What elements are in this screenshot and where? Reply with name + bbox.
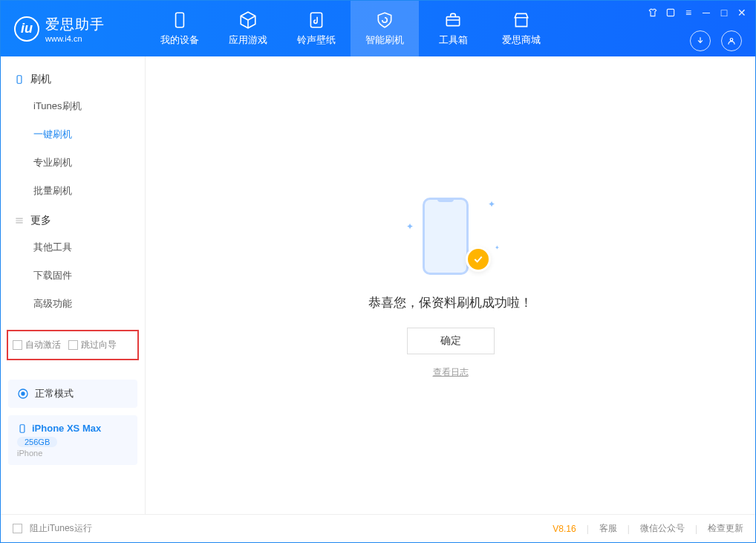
svg-rect-2 [446, 17, 459, 26]
device-card[interactable]: iPhone XS Max 256GB iPhone [8, 415, 137, 465]
support-link[interactable]: 客服 [599, 522, 617, 535]
phone-icon [423, 198, 469, 275]
sparkle-icon: ✦ [495, 244, 500, 251]
separator: | [695, 524, 697, 534]
svg-point-4 [730, 39, 733, 42]
sidebar: 刷机 iTunes刷机 一键刷机 专业刷机 批量刷机 更多 其他工具 下载固件 … [1, 56, 146, 514]
device-storage: 256GB [17, 437, 57, 447]
cube-icon [238, 10, 258, 30]
svg-rect-3 [667, 9, 674, 16]
device-type: iPhone [17, 449, 128, 458]
minimize-icon[interactable]: ─ [700, 7, 712, 19]
version-label: V8.16 [553, 524, 576, 534]
device-icon [17, 423, 27, 434]
status-right: V8.16 | 客服 | 微信公众号 | 检查更新 [553, 522, 743, 535]
sparkle-icon: ✦ [488, 199, 495, 209]
success-message: 恭喜您，保资料刷机成功啦！ [368, 294, 532, 311]
device-small-icon [14, 74, 25, 85]
sidebar-head-label: 刷机 [30, 73, 51, 86]
highlight-redbox: 自动激活 跳过向导 [7, 330, 139, 360]
sidebar-head-label: 更多 [30, 214, 51, 227]
tab-ringtones[interactable]: 铃声壁纸 [282, 1, 351, 56]
phone-icon [170, 10, 189, 30]
sidebar-item-pro-flash[interactable]: 专业刷机 [1, 149, 145, 177]
ok-button[interactable]: 确定 [407, 328, 495, 354]
sidebar-item-other-tools[interactable]: 其他工具 [1, 233, 145, 261]
sidebar-cards: 正常模式 iPhone XS Max 256GB iPhone [1, 380, 145, 465]
user-button[interactable] [721, 30, 742, 51]
tab-apps-games[interactable]: 应用游戏 [214, 1, 282, 56]
tab-label: 应用游戏 [229, 33, 267, 47]
svg-point-7 [22, 392, 25, 395]
status-left: 阻止iTunes运行 [13, 522, 92, 535]
sidebar-head-flash[interactable]: 刷机 [1, 67, 145, 92]
mode-card[interactable]: 正常模式 [8, 380, 137, 408]
close-icon[interactable]: ✕ [736, 7, 748, 19]
device-name: iPhone XS Max [32, 423, 101, 434]
tab-my-device[interactable]: 我的设备 [146, 1, 214, 56]
sidebar-item-oneclick-flash[interactable]: 一键刷机 [1, 120, 145, 149]
success-illustration: ✦ ✦ ✦ [406, 192, 495, 281]
check-update-link[interactable]: 检查更新 [708, 522, 743, 535]
svg-rect-8 [20, 424, 25, 432]
skin-icon[interactable] [647, 7, 659, 19]
top-tabs: 我的设备 应用游戏 铃声壁纸 智能刷机 工具箱 爱思商城 [146, 1, 555, 56]
topbar: iu 爱思助手 www.i4.cn 我的设备 应用游戏 铃声壁纸 智能刷机 工具… [1, 1, 755, 56]
auto-activate-option[interactable]: 自动激活 [13, 339, 61, 351]
tab-label: 爱思商城 [502, 33, 541, 47]
view-log-link[interactable]: 查看日志 [433, 366, 469, 379]
tab-label: 铃声壁纸 [297, 33, 336, 47]
sidebar-head-more[interactable]: 更多 [1, 208, 145, 233]
refresh-shield-icon [375, 10, 394, 30]
mode-label: 正常模式 [35, 387, 74, 400]
tab-label: 工具箱 [439, 33, 468, 47]
sidebar-group-flash: 刷机 iTunes刷机 一键刷机 专业刷机 批量刷机 [1, 67, 145, 208]
body: 刷机 iTunes刷机 一键刷机 专业刷机 批量刷机 更多 其他工具 下载固件 … [1, 56, 755, 514]
mode-icon [17, 388, 29, 400]
svg-rect-1 [310, 13, 322, 27]
tab-toolbox[interactable]: 工具箱 [419, 1, 487, 56]
store-icon [512, 10, 531, 30]
checkbox-icon[interactable] [13, 340, 22, 350]
separator: | [628, 524, 630, 534]
tab-smart-flash[interactable]: 智能刷机 [351, 1, 419, 56]
checkbox-icon[interactable] [13, 524, 22, 533]
sidebar-item-batch-flash[interactable]: 批量刷机 [1, 177, 145, 205]
logo-text: 爱思助手 www.i4.cn [45, 15, 105, 43]
maximize-icon[interactable]: □ [718, 7, 730, 19]
logo-block: iu 爱思助手 www.i4.cn [1, 1, 146, 56]
separator: | [587, 524, 589, 534]
logo-icon: iu [14, 16, 39, 42]
sidebar-group-more: 更多 其他工具 下载固件 高级功能 [1, 208, 145, 321]
music-file-icon [307, 10, 326, 30]
tab-label: 智能刷机 [365, 33, 404, 47]
sidebar-item-download-firmware[interactable]: 下载固件 [1, 261, 145, 290]
checkbox-icon[interactable] [68, 340, 78, 350]
app-name: 爱思助手 [45, 15, 105, 34]
top-right-circles [690, 30, 742, 51]
main-panel: ✦ ✦ ✦ 恭喜您，保资料刷机成功啦！ 确定 查看日志 [146, 56, 755, 514]
sidebar-item-advanced[interactable]: 高级功能 [1, 290, 145, 318]
tab-store[interactable]: 爱思商城 [487, 1, 555, 56]
toolbox-icon [443, 10, 463, 30]
block-itunes-label[interactable]: 阻止iTunes运行 [30, 522, 92, 535]
tab-label: 我的设备 [160, 33, 199, 47]
sidebar-item-itunes-flash[interactable]: iTunes刷机 [1, 92, 145, 120]
app-url: www.i4.cn [45, 34, 105, 43]
success-badge-icon [466, 247, 491, 272]
feedback-icon[interactable] [665, 7, 677, 19]
download-button[interactable] [690, 30, 711, 51]
svg-rect-0 [176, 13, 184, 27]
svg-rect-5 [17, 76, 22, 84]
statusbar: 阻止iTunes运行 V8.16 | 客服 | 微信公众号 | 检查更新 [1, 514, 755, 542]
sparkle-icon: ✦ [406, 221, 414, 232]
menu-icon[interactable]: ≡ [682, 7, 694, 19]
wechat-link[interactable]: 微信公众号 [640, 522, 685, 535]
hamburger-icon [14, 215, 25, 226]
skip-guide-option[interactable]: 跳过向导 [68, 339, 117, 351]
